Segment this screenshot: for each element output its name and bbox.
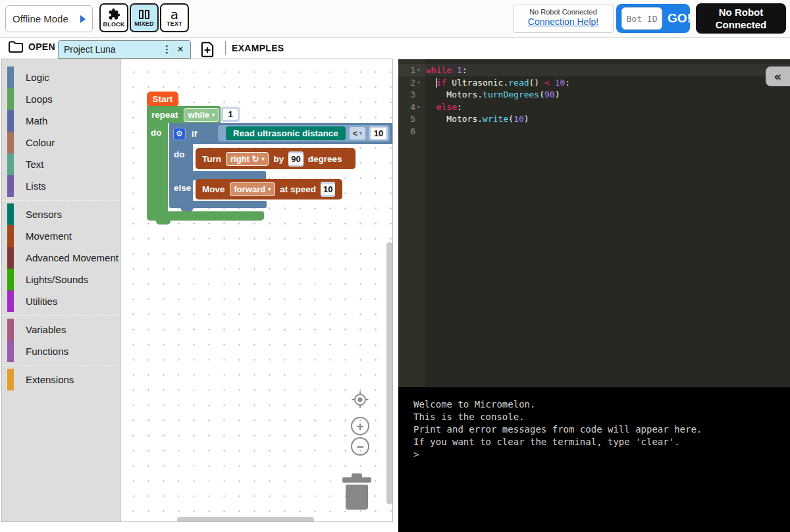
turn-block[interactable]: Turn right ↻ ▾ by 90 degrees bbox=[196, 148, 356, 169]
console-terminal[interactable]: Welcome to Micromelon.This is the consol… bbox=[398, 387, 790, 532]
zoom-reset-button[interactable] bbox=[351, 390, 369, 409]
turn-degrees-input[interactable]: 90 bbox=[288, 151, 303, 167]
start-block[interactable]: Start bbox=[147, 92, 178, 106]
block-view-button[interactable]: BLOCK bbox=[99, 3, 128, 32]
project-tab[interactable]: Project Luna ⋮ × bbox=[58, 40, 191, 59]
open-label: OPEN bbox=[28, 41, 55, 52]
editor-line-2[interactable]: 2▾ if Ultrasonic.read() < 10: bbox=[398, 76, 790, 89]
tab-bar: OPEN Project Luna ⋮ × EXAMPLES bbox=[0, 38, 790, 59]
workspace-horizontal-scrollbar[interactable] bbox=[177, 517, 314, 521]
category-label: Logic bbox=[26, 72, 49, 83]
toolbox-category-movement[interactable]: Movement bbox=[2, 225, 120, 247]
compare-value-input[interactable]: 10 bbox=[369, 126, 388, 140]
repeat-value-input[interactable]: 1 bbox=[221, 107, 240, 122]
line-number: 5 bbox=[398, 113, 415, 125]
move-direction-dropdown[interactable]: forward ▾ bbox=[230, 182, 276, 196]
examples-button[interactable]: EXAMPLES bbox=[232, 43, 284, 53]
repeat-block[interactable]: repeat while ▾ bbox=[147, 106, 221, 123]
code-text: Motors.write(10) bbox=[426, 113, 529, 125]
toolbox-category-utilities[interactable]: Utilities bbox=[2, 290, 120, 312]
editor-line-4[interactable]: 4▾ else: bbox=[398, 101, 790, 113]
editor-line-3[interactable]: 3 Motors.turnDegrees(90) bbox=[398, 88, 790, 101]
zoom-out-button[interactable]: − bbox=[351, 437, 369, 456]
category-label: Movement bbox=[26, 230, 72, 242]
while-dropdown[interactable]: while ▾ bbox=[184, 108, 220, 122]
repeat-do-label: do bbox=[151, 128, 162, 138]
zoom-in-button[interactable]: + bbox=[351, 417, 369, 435]
ultrasonic-sensor-block[interactable]: Read ultrasonic distance bbox=[226, 126, 346, 140]
move-block[interactable]: Move forward ▾ at speed 10 bbox=[196, 179, 342, 200]
toolbox-category-text[interactable]: Text bbox=[2, 153, 120, 175]
text-view-button[interactable]: a TEXT bbox=[160, 3, 189, 32]
fold-arrow-icon[interactable]: ▾ bbox=[417, 64, 425, 76]
turn-direction-dropdown[interactable]: right ↻ ▾ bbox=[226, 152, 269, 166]
toolbox-category-lights-sounds[interactable]: Lights/Sounds bbox=[2, 269, 120, 290]
repeat-block-bottom[interactable] bbox=[147, 211, 264, 221]
if-else-label: else bbox=[174, 183, 191, 193]
connection-help-link[interactable]: Connection Help! bbox=[528, 16, 598, 27]
tab-menu-icon[interactable]: ⋮ bbox=[158, 43, 176, 55]
compare-block[interactable]: Read ultrasonic distance < ▾ 10 bbox=[218, 125, 390, 142]
code-editor[interactable]: 1▾while 1:2▾ if Ultrasonic.read() < 10:3… bbox=[398, 59, 790, 387]
fold-arrow-icon[interactable]: ▾ bbox=[417, 76, 425, 89]
toolbox-category-variables[interactable]: Variables bbox=[2, 319, 120, 340]
console-line: Welcome to Micromelon. bbox=[413, 398, 790, 411]
category-color-chip bbox=[7, 369, 14, 390]
category-label: Text bbox=[26, 159, 44, 170]
category-color-chip bbox=[7, 203, 14, 225]
block-workspace[interactable]: Start repeat while ▾ 1 do ⚙ if bbox=[121, 59, 392, 521]
console-line: If you want to clear the terminal, type … bbox=[413, 436, 790, 448]
category-label: Sensors bbox=[26, 209, 62, 220]
toolbox-category-sensors[interactable]: Sensors bbox=[2, 203, 120, 225]
toolbox-category-extensions[interactable]: Extensions bbox=[2, 369, 120, 390]
workspace-vertical-scrollbar[interactable] bbox=[386, 242, 392, 504]
category-color-chip bbox=[7, 175, 14, 197]
toolbox-category-loops[interactable]: Loops bbox=[2, 88, 120, 110]
category-label: Lights/Sounds bbox=[26, 274, 88, 285]
bot-id-input[interactable] bbox=[621, 7, 662, 30]
mode-select-arrow-icon bbox=[80, 15, 86, 23]
toolbox-category-math[interactable]: Math bbox=[2, 110, 120, 132]
robot-status-badge: No Robot Connected bbox=[696, 3, 786, 34]
mutator-gear-icon[interactable]: ⚙ bbox=[173, 128, 186, 140]
code-text: if Ultrasonic.read() < 10: bbox=[426, 76, 570, 89]
console-prompt[interactable]: > bbox=[413, 448, 790, 461]
line-number: 1 bbox=[398, 64, 415, 76]
category-label: Functions bbox=[26, 346, 68, 357]
toolbox-category-colour[interactable]: Colour bbox=[2, 132, 120, 153]
if-do-label: do bbox=[174, 149, 185, 159]
tab-close-icon[interactable]: × bbox=[176, 43, 185, 56]
editor-line-6[interactable]: 6 bbox=[398, 125, 790, 138]
new-tab-button[interactable] bbox=[198, 41, 217, 58]
open-button[interactable]: OPEN bbox=[8, 40, 55, 53]
category-color-chip bbox=[7, 269, 14, 290]
go-button[interactable]: GO! bbox=[668, 11, 691, 26]
collapse-editor-button[interactable]: « bbox=[766, 66, 790, 86]
dropdown-arrow-icon: ▾ bbox=[212, 112, 215, 118]
category-label: Loops bbox=[26, 93, 53, 105]
code-text: else: bbox=[426, 101, 462, 113]
text-cursor bbox=[436, 78, 437, 88]
line-number: 6 bbox=[398, 125, 415, 138]
connection-status-text: No Robot Connected bbox=[514, 8, 613, 16]
toolbox-category-advanced-movement[interactable]: Advanced Movement bbox=[2, 247, 120, 269]
mode-select-dropdown[interactable]: Offline Mode bbox=[5, 5, 93, 32]
text-view-label: TEXT bbox=[167, 20, 182, 27]
compare-operator-dropdown[interactable]: < ▾ bbox=[350, 127, 365, 140]
if-block-bottom[interactable] bbox=[169, 201, 267, 208]
mixed-view-button[interactable]: MIXED bbox=[130, 3, 159, 32]
line-number: 3 bbox=[398, 88, 415, 101]
micromelon-ide: Offline Mode BLOCK MIXED a TEXT No Robot… bbox=[0, 0, 790, 532]
toolbox-category-logic[interactable]: Logic bbox=[2, 66, 120, 88]
toolbox-category-lists[interactable]: Lists bbox=[2, 175, 120, 197]
toolbox-category-functions[interactable]: Functions bbox=[2, 340, 120, 362]
category-color-chip bbox=[7, 319, 14, 340]
editor-line-5[interactable]: 5 Motors.write(10) bbox=[398, 113, 790, 125]
code-text: Motors.turnDegrees(90) bbox=[426, 88, 560, 101]
code-text: while 1: bbox=[426, 64, 467, 76]
move-speed-input[interactable]: 10 bbox=[321, 182, 335, 197]
editor-line-1[interactable]: 1▾while 1: bbox=[398, 64, 790, 76]
fold-arrow-icon[interactable]: ▾ bbox=[417, 101, 425, 113]
trash-icon[interactable] bbox=[342, 473, 371, 510]
puzzle-icon bbox=[108, 8, 120, 20]
